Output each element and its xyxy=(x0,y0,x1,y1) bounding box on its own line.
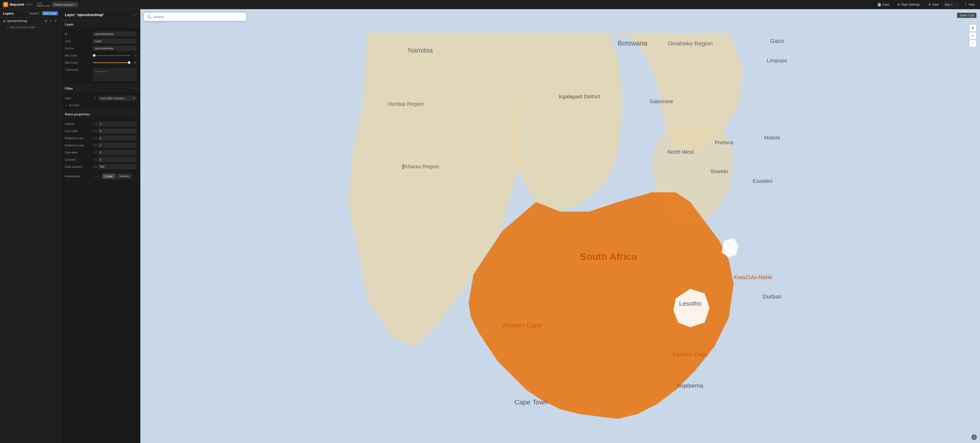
sigma-icon-resampling: Σ xyxy=(97,175,99,178)
svg-text:Eastern Cape: Eastern Cape xyxy=(673,351,708,357)
sigma-icon-0: Σ xyxy=(95,123,97,125)
svg-text:Omaheke Region: Omaheke Region xyxy=(668,40,713,47)
type-value[interactable]: raster xyxy=(93,39,137,43)
paint-value-1[interactable]: 0 xyxy=(98,129,137,133)
plus-icon: ＋ xyxy=(65,103,68,107)
prop-hue-rotate: Hue rotate ƒ Σ 0 xyxy=(61,127,140,135)
max-zoom-label: Max Zoom xyxy=(65,61,93,64)
nearest-resampling-button[interactable]: Nearest xyxy=(116,174,132,179)
fx-icon-filter: ƒ xyxy=(94,97,96,100)
layer-section-body: ID openstreetmap Type raster Source open… xyxy=(61,28,140,84)
raster-icon: ◈ xyxy=(3,19,5,23)
topbar-right: 💾 Save ⚙ Style Settings 👁 View Map ▾ ❓ H… xyxy=(875,2,977,7)
expand-button[interactable]: Expand xyxy=(28,11,41,15)
paint-value-4[interactable]: 0 xyxy=(98,150,137,155)
paint-value-6[interactable]: 300 xyxy=(98,164,137,169)
paint-label-2: Brightness min xyxy=(65,137,93,140)
delete-layer-button[interactable]: 🗑 xyxy=(44,19,48,23)
id-value[interactable]: openstreetmap xyxy=(93,32,137,36)
view-button[interactable]: 👁 View xyxy=(926,2,941,7)
visibility-layer-button[interactable]: 👁 xyxy=(54,19,58,23)
reset-bearing-button[interactable]: ↑ xyxy=(969,40,977,47)
prop-saturation: Saturation ƒ Σ 0 xyxy=(61,149,140,156)
sigma-icon-6: Σ xyxy=(95,166,97,168)
paint-value-3[interactable]: 1 xyxy=(98,143,137,148)
sub-layer-icon: ◇ xyxy=(6,25,8,29)
layer-info: Layer Wards_test xyxy=(37,2,49,7)
filter-row: Filter ƒ every filter matches ▾ xyxy=(61,94,140,102)
style-dropdown[interactable]: Default polygon ▾ xyxy=(52,2,78,7)
sidebar-title: Layers xyxy=(3,11,14,15)
map-search: 🔍 xyxy=(144,13,977,21)
list-item-openstreetmap[interactable]: ◈ openstreetmap 🗑 ⎘ 👁 xyxy=(0,18,61,24)
svg-text:Pretoria: Pretoria xyxy=(715,139,733,145)
prop-brightness-min: Brightness min ƒ Σ 0 xyxy=(61,135,140,142)
paint-section-header[interactable]: Paint properties ▾ xyxy=(61,110,140,118)
max-zoom-slider[interactable] xyxy=(93,62,130,63)
type-label: Type xyxy=(65,40,93,43)
svg-text:Matola: Matola xyxy=(764,135,780,140)
info-icon[interactable]: i xyxy=(971,434,977,440)
prop-max-zoom: Max Zoom 24 xyxy=(61,59,140,66)
search-input[interactable] xyxy=(153,15,243,19)
svg-text:Gqeberha: Gqeberha xyxy=(677,382,703,389)
paint-label-0: Opacity xyxy=(65,122,93,125)
zoom-out-button[interactable]: − xyxy=(969,32,977,39)
layer-section: Layer ▾ ID openstreetmap Type raster xyxy=(61,21,140,84)
sigma-icon-2: Σ xyxy=(95,137,97,140)
paint-section-body: Opacity ƒ Σ 1 Hue rotate ƒ Σ 0 Brightnes… xyxy=(61,118,140,172)
save-icon: 💾 xyxy=(877,3,881,6)
logo-icon: M xyxy=(3,2,8,7)
layer-panel: Layer: 'openstreetmap' ⋯ Layer ▾ ID open… xyxy=(61,9,140,443)
chevron-down-icon: ▾ xyxy=(75,3,76,6)
linear-resampling-button[interactable]: Linear xyxy=(102,174,116,179)
add-filter-button[interactable]: ＋ Add filter xyxy=(61,102,83,108)
filter-dropdown[interactable]: every filter matches ▾ xyxy=(99,96,137,101)
map-dropdown[interactable]: Map ▾ xyxy=(942,2,958,7)
paint-section-arrow: ▾ xyxy=(135,113,137,116)
min-zoom-slider[interactable] xyxy=(93,55,130,56)
comments-label: Comments xyxy=(65,68,93,71)
map-background[interactable]: Botswana Namibia Omaheke Region Gazo Lim… xyxy=(140,9,980,443)
panel-menu-button[interactable]: ⋯ xyxy=(131,12,137,18)
svg-text:Kgalagadi District: Kgalagadi District xyxy=(559,94,600,99)
copy-layer-button[interactable]: ⎘ xyxy=(49,19,52,23)
fx-icon-2: ƒ xyxy=(93,137,94,140)
list-item-sub: ◇ a8d1264f-cb1d-485f- xyxy=(0,24,61,30)
prop-id: ID openstreetmap xyxy=(61,30,140,38)
filter-section-header[interactable]: Filter ▾ xyxy=(61,84,140,92)
svg-text:Lesotho: Lesotho xyxy=(679,300,701,307)
add-layer-button[interactable]: Add Layer xyxy=(42,11,58,15)
paint-label-4: Saturation xyxy=(65,151,93,154)
min-zoom-label: Min Zoom xyxy=(65,54,93,57)
svg-text:South Africa: South Africa xyxy=(580,251,637,262)
fx-icon-3: ƒ xyxy=(93,144,94,147)
comments-textarea[interactable] xyxy=(93,68,137,81)
style-settings-button[interactable]: ⚙ Style Settings xyxy=(895,2,922,7)
prop-fade-duration: Fade duration ƒ Σ 300 xyxy=(61,163,140,170)
layer-section-header[interactable]: Layer ▾ xyxy=(61,21,140,28)
sidebar-actions: Expand Add Layer xyxy=(28,11,58,15)
sidebar-header: Layers Expand Add Layer xyxy=(0,9,61,18)
paint-value-0[interactable]: 1 xyxy=(98,121,137,126)
paint-value-5[interactable]: 0 xyxy=(98,157,137,162)
paint-value-2[interactable]: 0 xyxy=(98,136,137,140)
layer-section-arrow: ▾ xyxy=(135,23,137,26)
min-zoom-slider-container: 0 xyxy=(93,54,137,57)
zoom-in-button[interactable]: + xyxy=(969,24,977,32)
sigma-icon-4: Σ xyxy=(95,151,97,154)
map-container: Botswana Namibia Omaheke Region Gazo Lim… xyxy=(140,9,980,443)
svg-text:Botswana: Botswana xyxy=(617,39,647,47)
app-name: Maputnik xyxy=(10,3,24,6)
sigma-icon-5: Σ xyxy=(95,158,97,161)
svg-text:ǁKharas Region: ǁKharas Region xyxy=(402,163,439,169)
save-button[interactable]: 💾 Save xyxy=(875,2,891,7)
svg-text:Durban: Durban xyxy=(762,293,781,300)
chevron-down-icon-map: ▾ xyxy=(951,3,953,6)
svg-text:Gaborone: Gaborone xyxy=(649,98,673,104)
help-button[interactable]: ❓ Help xyxy=(962,2,977,7)
prop-type: Type raster xyxy=(61,38,140,45)
source-value[interactable]: openstreetmap xyxy=(93,46,137,51)
layer-name-small: Wards_test xyxy=(37,4,49,7)
paint-label-1: Hue rotate xyxy=(65,129,93,132)
